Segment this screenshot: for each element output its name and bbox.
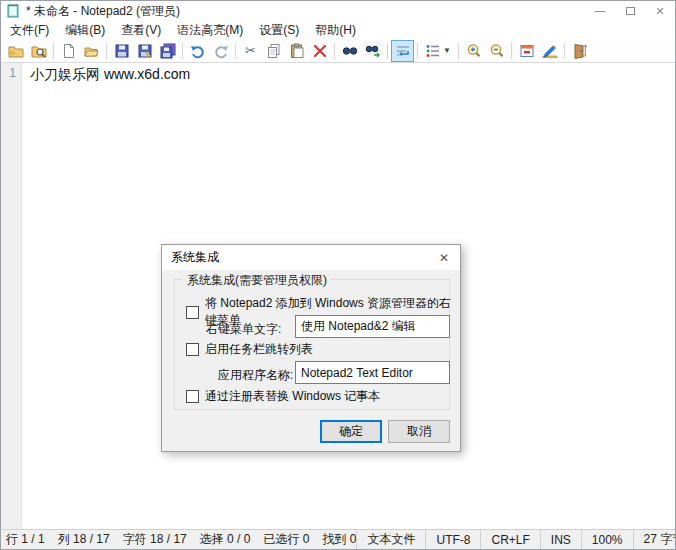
- close-icon: ✕: [439, 251, 449, 265]
- save-all-icon: [160, 43, 176, 59]
- status-zoom-level[interactable]: 100%: [581, 530, 633, 549]
- select-scheme-dropdown[interactable]: ▼: [421, 40, 455, 62]
- minimize-icon: [595, 11, 605, 12]
- zoom-in-icon: [466, 43, 482, 59]
- undo-icon: [190, 43, 206, 59]
- toolbar-separator: [182, 43, 183, 59]
- notepad2-window: * 未命名 - Notepad2 (管理员) ✕ 文件(F) 编辑(B) 查看(…: [0, 0, 676, 550]
- recent-folder-button[interactable]: [4, 40, 27, 62]
- cancel-button[interactable]: 取消: [388, 420, 450, 443]
- ok-button[interactable]: 确定: [320, 420, 382, 443]
- save-all-button[interactable]: [156, 40, 179, 62]
- editor-area[interactable]: 1 小刀娱乐网 www.x6d.com 系统集成 ✕ 系统集成(需要管理员权限)…: [1, 63, 675, 529]
- status-insert-mode[interactable]: INS: [540, 530, 581, 549]
- menu-help[interactable]: 帮助(H): [307, 21, 364, 39]
- application-name-label: 应用程序名称:: [218, 367, 293, 384]
- menu-settings[interactable]: 设置(S): [251, 21, 307, 39]
- dialog-title: 系统集成: [171, 249, 219, 266]
- redo-button[interactable]: [209, 40, 232, 62]
- toolbar-separator: [387, 43, 388, 59]
- menu-syntax[interactable]: 语法高亮(M): [169, 21, 251, 39]
- close-button[interactable]: ✕: [645, 1, 675, 21]
- status-line: 行 1 / 1: [6, 531, 45, 548]
- checkbox-replace-notepad[interactable]: 通过注册表替换 Windows 记事本: [186, 388, 380, 405]
- statusbar: 行 1 / 1 列 18 / 17 字符 18 / 17 选择 0 / 0 已选…: [1, 529, 675, 549]
- copy-button[interactable]: [262, 40, 285, 62]
- zoom-in-button[interactable]: [462, 40, 485, 62]
- toolbar-separator: [53, 43, 54, 59]
- system-integration-dialog: 系统集成 ✕ 系统集成(需要管理员权限) 将 Notepad2 添加到 Wind…: [161, 244, 461, 452]
- editor-line-text: 小刀娱乐网 www.x6d.com: [30, 66, 190, 82]
- close-icon: ✕: [655, 6, 664, 17]
- checkbox-enable-jumplist[interactable]: 启用任务栏跳转列表: [186, 341, 313, 358]
- checkbox-icon[interactable]: [186, 390, 199, 403]
- copy-icon: [266, 43, 282, 59]
- window-title: * 未命名 - Notepad2 (管理员): [26, 3, 180, 20]
- status-selection: 选择 0 / 0: [200, 531, 251, 548]
- find-icon: [342, 43, 358, 59]
- status-file-size: 27 字节: [633, 530, 676, 549]
- titlebar: * 未命名 - Notepad2 (管理员) ✕: [1, 1, 675, 21]
- application-name-input[interactable]: [295, 361, 450, 384]
- status-char: 字符 18 / 17: [123, 531, 187, 548]
- window-controls: ✕: [585, 1, 675, 21]
- zoom-out-icon: [489, 43, 505, 59]
- checkbox-icon[interactable]: [186, 306, 199, 319]
- toolbar: ✂: [1, 39, 675, 63]
- recent-folder-icon: [8, 43, 24, 59]
- checkbox-label: 通过注册表替换 Windows 记事本: [205, 388, 380, 405]
- maximize-icon: [626, 7, 635, 15]
- chevron-down-icon: ▼: [443, 46, 451, 55]
- settings-button[interactable]: [515, 40, 538, 62]
- menu-edit[interactable]: 编辑(B): [57, 21, 113, 39]
- delete-icon: [312, 43, 328, 59]
- statusbar-left: 行 1 / 1 列 18 / 17 字符 18 / 17 选择 0 / 0 已选…: [6, 531, 356, 548]
- new-file-icon: [61, 43, 77, 59]
- browse-folder-icon: [31, 43, 47, 59]
- checkbox-icon[interactable]: [186, 343, 199, 356]
- maximize-button[interactable]: [615, 1, 645, 21]
- replace-icon: [365, 43, 381, 59]
- cut-button[interactable]: ✂: [239, 40, 262, 62]
- exit-button[interactable]: [568, 40, 591, 62]
- open-file-button[interactable]: [80, 40, 103, 62]
- menu-file[interactable]: 文件(F): [2, 21, 57, 39]
- delete-button[interactable]: [308, 40, 331, 62]
- toolbar-separator: [417, 43, 418, 59]
- browse-folder-button[interactable]: [27, 40, 50, 62]
- menubar: 文件(F) 编辑(B) 查看(V) 语法高亮(M) 设置(S) 帮助(H): [1, 21, 675, 39]
- status-line-ending[interactable]: CR+LF: [480, 530, 539, 549]
- cut-icon: ✂: [245, 44, 256, 57]
- toolbar-separator: [511, 43, 512, 59]
- minimize-button[interactable]: [585, 1, 615, 21]
- new-file-button[interactable]: [57, 40, 80, 62]
- zoom-out-button[interactable]: [485, 40, 508, 62]
- find-button[interactable]: [338, 40, 361, 62]
- line-number: 1: [9, 66, 16, 80]
- groupbox-label: 系统集成(需要管理员权限): [183, 272, 331, 289]
- save-as-button[interactable]: [133, 40, 156, 62]
- context-menu-text-input[interactable]: [295, 315, 450, 338]
- word-wrap-toggle[interactable]: [391, 40, 414, 62]
- word-wrap-icon: [395, 43, 411, 59]
- status-encoding[interactable]: UTF-8: [425, 530, 480, 549]
- save-as-icon: [137, 43, 153, 59]
- undo-button[interactable]: [186, 40, 209, 62]
- dialog-titlebar: 系统集成 ✕: [162, 245, 460, 270]
- status-file-type[interactable]: 文本文件: [356, 530, 425, 549]
- dialog-close-button[interactable]: ✕: [428, 245, 460, 270]
- toolbar-separator: [235, 43, 236, 59]
- replace-button[interactable]: [361, 40, 384, 62]
- context-menu-text-label: 右键菜单文字:: [206, 321, 281, 338]
- paste-icon: [289, 43, 305, 59]
- toolbar-separator: [106, 43, 107, 59]
- checkbox-label: 启用任务栏跳转列表: [205, 341, 313, 358]
- save-icon: [114, 43, 130, 59]
- status-selected-lines: 已选行 0: [263, 531, 309, 548]
- customize-schemes-button[interactable]: [538, 40, 561, 62]
- statusbar-right: 文本文件 UTF-8 CR+LF INS 100% 27 字节: [356, 530, 676, 549]
- menu-view[interactable]: 查看(V): [113, 21, 169, 39]
- save-button[interactable]: [110, 40, 133, 62]
- notepad2-app-icon: [6, 4, 20, 18]
- paste-button[interactable]: [285, 40, 308, 62]
